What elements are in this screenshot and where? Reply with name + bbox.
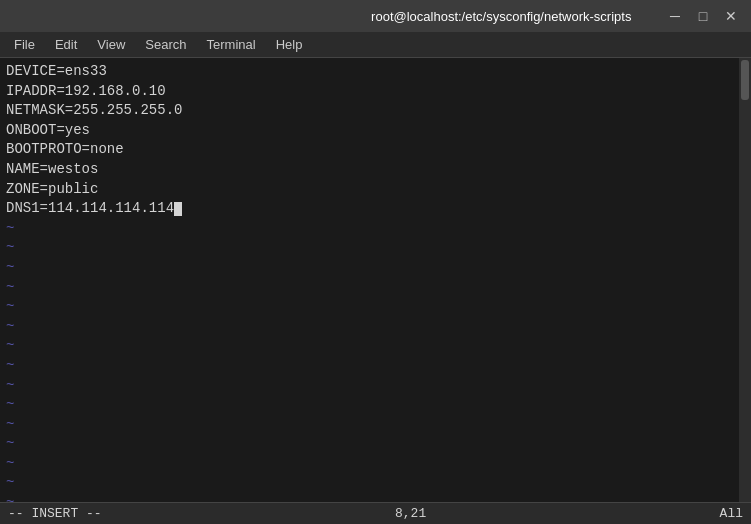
text-content[interactable]: DEVICE=ens33 IPADDR=192.168.0.10 NETMASK… (0, 58, 739, 502)
window-title: root@localhost:/etc/sysconfig/network-sc… (338, 9, 666, 24)
menu-file[interactable]: File (4, 35, 45, 54)
scrollbar[interactable] (739, 58, 751, 502)
close-button[interactable]: ✕ (721, 6, 741, 26)
tilde-lines: ~ ~ ~ ~ ~ ~ ~ ~ ~ ~ ~ ~ ~ ~ ~ ~ ~ ~ ~ ~ (6, 220, 14, 502)
editor-area[interactable]: DEVICE=ens33 IPADDR=192.168.0.10 NETMASK… (0, 58, 751, 502)
maximize-button[interactable]: □ (693, 6, 713, 26)
title-bar-controls: ─ □ ✕ (665, 6, 741, 26)
text-cursor (174, 202, 182, 216)
status-bar: -- INSERT -- 8,21 All (0, 502, 751, 524)
menu-help[interactable]: Help (266, 35, 313, 54)
menu-bar: File Edit View Search Terminal Help (0, 32, 751, 58)
minimize-button[interactable]: ─ (665, 6, 685, 26)
view-status: All (720, 506, 743, 521)
menu-terminal[interactable]: Terminal (197, 35, 266, 54)
editor-mode: -- INSERT -- (8, 506, 102, 521)
scrollbar-thumb[interactable] (741, 60, 749, 100)
title-bar: root@localhost:/etc/sysconfig/network-sc… (0, 0, 751, 32)
line-1: DEVICE=ens33 IPADDR=192.168.0.10 NETMASK… (6, 63, 182, 216)
menu-edit[interactable]: Edit (45, 35, 87, 54)
menu-search[interactable]: Search (135, 35, 196, 54)
terminal-window: root@localhost:/etc/sysconfig/network-sc… (0, 0, 751, 524)
cursor-position: 8,21 (395, 506, 426, 521)
menu-view[interactable]: View (87, 35, 135, 54)
